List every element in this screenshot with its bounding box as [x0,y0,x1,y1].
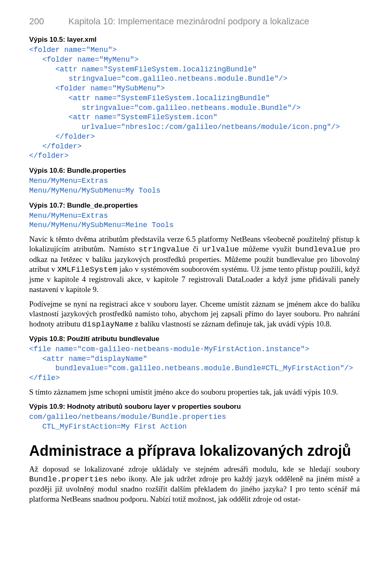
listing-10-6-code: Menu/MyMenu=Extras Menu/MyMenu/MySubMenu… [29,176,360,196]
listing-10-5-code: <folder name="Menu"> <folder name="MyMen… [29,45,360,161]
listing-10-7-label: Výpis 10.7: Bundle_de.properties [29,202,360,210]
paragraph-2: Podívejme se nyní na registraci akce v s… [29,299,360,329]
listing-10-7-code: Menu/MyMenu=Extras Menu/MyMenu/MySubMenu… [29,211,360,231]
page-number: 200 [29,16,44,27]
listing-10-5-label: Výpis 10.5: layer.xml [29,36,360,44]
listing-10-6-label: Výpis 10.6: Bundle.properties [29,167,360,175]
inline-code: bundlevalue [295,245,346,254]
running-header: 200 Kapitola 10: Implementace mezinárodn… [29,16,360,27]
paragraph-3: S tímto záznamem jsme schopni umístit jm… [29,387,360,397]
text: z balíku vlastností se záznam definuje t… [133,320,331,328]
listing-10-9-code: com/galileo/netbeans/module/Bundle.prope… [29,412,360,432]
inline-code: XMLFileSystem [57,265,117,274]
inline-code: Bundle.properties [29,475,108,484]
paragraph-4: Až doposud se lokalizované zdroje ukláda… [29,464,360,504]
text: či [189,245,202,253]
listing-10-8-label: Výpis 10.8: Použití atributu bundlevalue [29,335,360,343]
text: můžeme využít [239,245,295,253]
listing-10-9-label: Výpis 10.9: Hodnoty atributů souboru lay… [29,403,360,411]
inline-code: displayName [82,320,133,329]
section-heading: Administrace a příprava lokalizovaných z… [29,442,360,459]
page: 200 Kapitola 10: Implementace mezinárodn… [0,0,389,588]
paragraph-1: Navíc k těmto dvěma atributům představil… [29,234,360,294]
listing-10-8-code: <file name="com-galileo-netbeans-module-… [29,345,360,383]
chapter-title: Kapitola 10: Implementace mezinárodní po… [68,16,360,27]
inline-code: urlvalue [202,245,239,254]
inline-code: stringvalue [139,245,189,254]
text: Až doposud se lokalizované zdroje ukláda… [29,465,360,473]
